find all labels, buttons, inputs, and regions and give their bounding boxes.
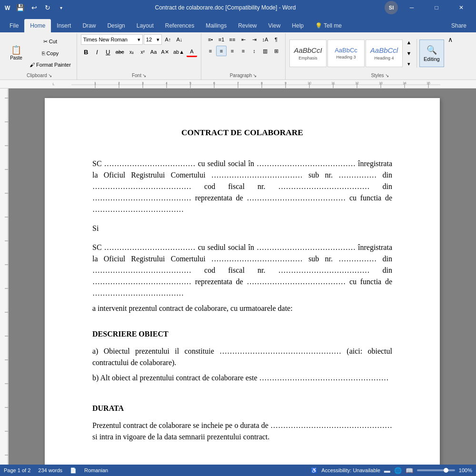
align-right-button[interactable]: ≡ <box>227 46 238 56</box>
paste-button[interactable]: 📋 Paste <box>6 45 27 61</box>
accessibility-icon: ♿ <box>311 467 317 474</box>
underline-button[interactable]: U <box>103 47 113 57</box>
change-case-button[interactable]: Aa <box>149 47 159 57</box>
collapse-ribbon-button[interactable]: ∧ <box>445 34 456 45</box>
svg-text:13: 13 <box>379 81 383 85</box>
line-spacing-button[interactable]: ↕ <box>249 46 259 56</box>
user-avatar[interactable]: SI <box>385 1 398 14</box>
read-view-button[interactable]: 📖 <box>406 467 413 474</box>
decrease-indent-button[interactable]: ⇤ <box>238 34 248 45</box>
page-info: Page 1 of 2 <box>4 467 30 473</box>
svg-text:14: 14 <box>403 81 407 85</box>
align-left-button[interactable]: ≡ <box>205 46 216 56</box>
language-label: Romanian <box>84 467 108 473</box>
heading3-preview: AaBbCc <box>335 47 357 54</box>
styles-more-button[interactable]: ▾ <box>404 59 414 69</box>
restore-button[interactable]: □ <box>426 0 447 15</box>
bullets-button[interactable]: ≡• <box>205 34 216 45</box>
zoom-slider-thumb <box>444 468 448 473</box>
ruler: L 1 2 3 4 5 6 7 8 9 10 <box>0 80 476 89</box>
style-heading4[interactable]: AaBbCcl Heading 4 <box>366 40 403 67</box>
tab-draw[interactable]: Draw <box>77 19 101 32</box>
document-page: CONTRACT DE COLABORARE SC ……………………………… c… <box>45 98 440 465</box>
section1-title: DESCRIERE OBIECT <box>92 328 392 340</box>
print-layout-view-button[interactable]: ▬ <box>384 467 390 474</box>
svg-rect-2 <box>71 80 440 89</box>
highlight-button[interactable]: ab▲ <box>171 47 186 57</box>
subscript-button[interactable]: x₂ <box>127 47 137 57</box>
minimize-button[interactable]: ─ <box>401 0 423 15</box>
cut-button[interactable]: ✂ Cut <box>28 37 73 47</box>
font-label: Font ↘ <box>81 72 197 79</box>
styles-gallery: AaBbCcI Emphasis AaBbCc Heading 3 AaBbCc… <box>289 40 403 67</box>
web-view-button[interactable]: 🌐 <box>394 467 402 474</box>
tab-insert[interactable]: Insert <box>51 19 77 32</box>
show-formatting-button[interactable]: ¶ <box>271 34 281 45</box>
quick-access-more-button[interactable]: ▾ <box>56 2 66 13</box>
sort-button[interactable]: ↕A <box>260 34 270 45</box>
editing-label: Editing <box>424 56 440 62</box>
close-button[interactable]: ✕ <box>450 0 472 15</box>
redo-button[interactable]: ↻ <box>42 2 53 13</box>
svg-text:7: 7 <box>237 81 239 85</box>
shading-button[interactable]: ▥ <box>260 46 270 56</box>
tab-mailings[interactable]: Mailings <box>200 19 232 32</box>
tab-help[interactable]: Help <box>286 19 309 32</box>
font-size-selector[interactable]: 12 ▾ <box>144 34 162 45</box>
section1-para1: a) Obiectul prezentului il constituie ……… <box>92 346 392 368</box>
word-app-icon: W <box>4 4 11 11</box>
svg-text:12: 12 <box>355 81 359 85</box>
decrease-font-button[interactable]: A↓ <box>174 34 185 45</box>
increase-font-button[interactable]: A↑ <box>163 34 173 45</box>
undo-button[interactable]: ↩ <box>29 2 40 13</box>
clear-format-button[interactable]: A✕ <box>159 47 171 57</box>
tab-layout[interactable]: Layout <box>131 19 159 32</box>
tab-tell-me[interactable]: 💡Tell me <box>309 19 347 32</box>
document-area[interactable]: CONTRACT DE COLABORARE SC ……………………………… c… <box>9 89 476 465</box>
numbering-button[interactable]: ≡1 <box>216 34 227 45</box>
zoom-level: 100% <box>459 467 472 473</box>
section2-title: DURATA <box>92 403 392 414</box>
align-center-button[interactable]: ≡ <box>216 46 227 56</box>
font-color-button[interactable]: A <box>187 47 197 57</box>
heading4-label: Heading 4 <box>375 56 394 60</box>
paragraph-1: SC ……………………………… cu sediul social în …………… <box>92 158 392 215</box>
bold-button[interactable]: B <box>81 47 91 57</box>
svg-text:8: 8 <box>261 81 263 85</box>
document-title: Contract de colaborare.doc [Compatibilit… <box>66 4 385 11</box>
italic-button[interactable]: I <box>92 47 102 57</box>
styles-scroll-down-button[interactable]: ▼ <box>404 48 414 59</box>
title-bar: W 💾 ↩ ↻ ▾ Contract de colaborare.doc [Co… <box>0 0 476 15</box>
styles-scroll-up-button[interactable]: ▲ <box>404 37 414 48</box>
svg-text:5: 5 <box>189 81 191 85</box>
justify-button[interactable]: ≡ <box>238 46 248 56</box>
svg-text:6: 6 <box>213 81 215 85</box>
font-name-selector[interactable]: Times New Roman ▾ <box>81 34 143 45</box>
clipboard-section: 📋 Paste ✂ Cut ⎘ Copy 🖌 Format Painter Cl… <box>2 33 77 79</box>
strikethrough-button[interactable]: abc <box>114 47 126 57</box>
svg-rect-37 <box>0 89 9 465</box>
format-painter-button[interactable]: 🖌 Format Painter <box>28 60 73 70</box>
tab-view[interactable]: View <box>263 19 287 32</box>
tab-file[interactable]: File <box>4 19 24 32</box>
tab-references[interactable]: References <box>159 19 200 32</box>
copy-button[interactable]: ⎘ Copy <box>28 48 73 59</box>
editing-button[interactable]: 🔍 Editing <box>419 40 444 67</box>
tab-share[interactable]: Share <box>446 19 472 32</box>
tab-design[interactable]: Design <box>101 19 130 32</box>
svg-text:11: 11 <box>331 81 335 85</box>
ribbon-divider <box>416 39 417 68</box>
tab-review[interactable]: Review <box>232 19 262 32</box>
multilevel-list-button[interactable]: ≡≡ <box>227 34 238 45</box>
superscript-button[interactable]: x² <box>138 47 148 57</box>
increase-indent-button[interactable]: ⇥ <box>249 34 259 45</box>
paste-icon: 📋 <box>11 46 21 54</box>
svg-text:1: 1 <box>94 81 96 85</box>
borders-button[interactable]: ⊞ <box>271 46 281 56</box>
title-bar-icons: W 💾 ↩ ↻ ▾ <box>4 2 66 13</box>
save-button[interactable]: 💾 <box>14 2 26 13</box>
tab-home[interactable]: Home <box>24 19 51 32</box>
style-emphasis[interactable]: AaBbCcI Emphasis <box>289 40 327 67</box>
zoom-slider[interactable] <box>417 469 455 471</box>
style-heading3[interactable]: AaBbCc Heading 3 <box>327 40 365 67</box>
